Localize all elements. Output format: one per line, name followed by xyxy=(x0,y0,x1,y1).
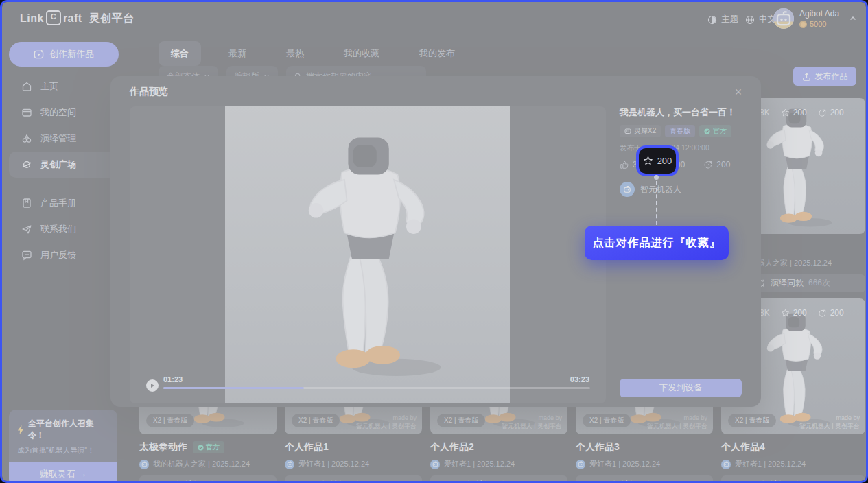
app-window: Link C raft 灵创平台 主题 中文 Agibot Ada 5000 创… xyxy=(0,0,868,483)
favorite-count: 200 xyxy=(657,156,672,166)
star-icon xyxy=(643,156,653,166)
guide-dim-overlay xyxy=(2,2,866,481)
guide-dashed-line xyxy=(656,181,657,225)
guide-connector-dot xyxy=(654,175,659,180)
guide-tooltip: 点击对作品进行『收藏』 xyxy=(585,226,729,260)
favorite-star-button[interactable]: 200 xyxy=(639,148,676,174)
